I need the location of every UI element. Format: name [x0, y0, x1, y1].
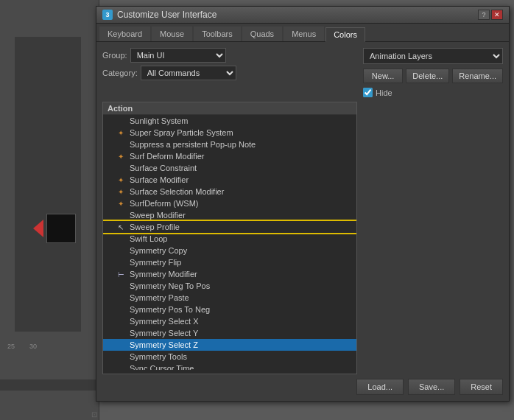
- load-button[interactable]: Load...: [356, 379, 404, 395]
- hide-checkbox[interactable]: [363, 88, 373, 97]
- hide-checkbox-row: Hide: [363, 88, 503, 97]
- item-text: Sunlight System: [130, 116, 188, 125]
- item-text: Surface Modifier: [130, 175, 189, 184]
- item-text: Symmetry Select Y: [130, 329, 198, 337]
- item-icon: ✦: [118, 129, 127, 137]
- save-button[interactable]: Save...: [408, 379, 455, 395]
- horizontal-ruler: 25 30: [0, 379, 99, 391]
- category-select[interactable]: All Commands: [141, 66, 236, 80]
- list-item[interactable]: Symmetry Select X: [103, 315, 356, 327]
- item-icon: ✦: [118, 188, 127, 196]
- help-button[interactable]: ?: [478, 10, 490, 20]
- list-item[interactable]: ✦ Surface Modifier: [103, 174, 356, 186]
- item-text: Symmetry Pos To Neg: [130, 305, 210, 314]
- item-text: SurfDeform (WSM): [130, 199, 199, 208]
- list-item[interactable]: Sunlight System: [103, 115, 356, 127]
- list-item[interactable]: Surface Constraint: [103, 162, 356, 174]
- item-text: Symmetry Paste: [130, 293, 189, 302]
- reset-button[interactable]: Reset: [460, 379, 503, 395]
- rename-button[interactable]: Rename...: [452, 69, 503, 83]
- item-text: Surface Constraint: [130, 164, 197, 172]
- arrow-indicator: [33, 214, 76, 243]
- list-item[interactable]: Symmetry Flip: [103, 256, 356, 268]
- tab-toolbars[interactable]: Toolbars: [194, 27, 241, 41]
- list-item[interactable]: ✦ Surface Selection Modifier: [103, 186, 356, 197]
- app-icon: 3: [102, 10, 113, 20]
- right-panel: Animation Layers New... Delete... Rename…: [363, 48, 503, 97]
- canvas-background: 25 30 ⊡: [0, 0, 99, 420]
- item-text: Sweep Profile: [130, 223, 180, 231]
- group-label: Group:: [102, 51, 127, 60]
- title-bar-left: 3 Customize User Interface: [102, 10, 216, 20]
- item-text: Super Spray Particle System: [130, 128, 233, 137]
- cursor-icon: ↖: [118, 223, 127, 231]
- item-text: Symmetry Select X: [130, 317, 199, 326]
- item-text: Sweep Modifier: [130, 211, 186, 220]
- item-text: Symmetry Copy: [130, 246, 187, 255]
- list-item[interactable]: Suppress a persistent Pop-up Note: [103, 139, 356, 150]
- list-header: Action: [103, 102, 356, 115]
- item-text: Symmetry Neg To Pos: [130, 281, 210, 290]
- action-list: Action Sunlight System ✦ Super Spray Par…: [102, 102, 357, 374]
- main-area: Action Sunlight System ✦ Super Spray Par…: [102, 102, 503, 374]
- list-item[interactable]: Symmetry Pos To Neg: [103, 304, 356, 315]
- category-label: Category:: [102, 69, 138, 77]
- list-item[interactable]: Sync Cursor Time: [103, 363, 356, 370]
- ruler-label-30: 30: [29, 343, 37, 350]
- item-icon: ✦: [118, 200, 127, 208]
- item-icon: ✦: [118, 176, 127, 184]
- list-item[interactable]: ✦ Surf Deform Modifier: [103, 150, 356, 162]
- modifier-icon: ⊢: [118, 270, 127, 279]
- tab-menus[interactable]: Menus: [284, 27, 324, 41]
- list-item-symmetry-select-z[interactable]: Symmetry Select Z: [103, 339, 356, 351]
- item-text: Symmetry Tools: [130, 352, 187, 361]
- tab-colors[interactable]: Colors: [325, 27, 365, 42]
- list-item[interactable]: Symmetry Paste: [103, 292, 356, 304]
- list-body[interactable]: Sunlight System ✦ Super Spray Particle S…: [103, 115, 356, 370]
- hide-label: Hide: [376, 88, 392, 97]
- ruler-label-25: 25: [7, 343, 15, 350]
- new-button[interactable]: New...: [363, 69, 403, 83]
- right-panel-bottom: [363, 102, 503, 374]
- list-item[interactable]: ⊢ Symmetry Modifier: [103, 268, 356, 280]
- list-item[interactable]: Symmetry Neg To Pos: [103, 280, 356, 292]
- arrow-left-icon: [33, 220, 43, 237]
- right-panel-buttons: New... Delete... Rename...: [363, 69, 503, 83]
- tab-quads[interactable]: Quads: [242, 27, 282, 41]
- list-item[interactable]: Symmetry Tools: [103, 351, 356, 363]
- bottom-buttons: Load... Save... Reset: [102, 379, 503, 395]
- list-item[interactable]: Swift Loop: [103, 233, 356, 245]
- item-text: Surface Selection Modifier: [130, 187, 224, 196]
- item-text: Sync Cursor Time: [130, 364, 194, 370]
- dialog-title: Customize User Interface: [117, 10, 216, 20]
- item-text: Surf Deform Modifier: [130, 152, 204, 161]
- item-text: Symmetry Select Z: [130, 340, 198, 349]
- category-control: Category: All Commands: [102, 66, 236, 80]
- tab-bar: Keyboard Mouse Toolbars Quads Menus Colo…: [96, 24, 509, 42]
- delete-button[interactable]: Delete...: [406, 69, 449, 83]
- resize-icon: ⊡: [91, 410, 97, 419]
- canvas-viewport: [15, 37, 81, 332]
- list-item[interactable]: Symmetry Select Y: [103, 327, 356, 339]
- list-item[interactable]: ✦ SurfDeform (WSM): [103, 197, 356, 209]
- list-item[interactable]: Symmetry Copy: [103, 245, 356, 256]
- item-icon: ✦: [118, 153, 127, 161]
- preview-square: [46, 214, 76, 243]
- item-text: Swift Loop: [130, 234, 167, 243]
- group-select[interactable]: Main UI: [130, 48, 226, 63]
- item-text: Suppress a persistent Pop-up Note: [130, 140, 256, 149]
- list-item[interactable]: ✦ Super Spray Particle System: [103, 127, 356, 139]
- tab-mouse[interactable]: Mouse: [152, 27, 192, 41]
- list-item-sweep-profile[interactable]: ↖ Sweep Profile: [103, 221, 356, 233]
- animation-layers-select[interactable]: Animation Layers: [363, 48, 503, 64]
- group-control: Group: Main UI: [102, 48, 226, 63]
- item-text: Symmetry Modifier: [130, 270, 197, 279]
- list-item[interactable]: Sweep Modifier: [103, 209, 356, 221]
- tab-keyboard[interactable]: Keyboard: [99, 27, 150, 41]
- title-buttons: ? ✕: [478, 10, 503, 20]
- close-button[interactable]: ✕: [491, 10, 503, 20]
- title-bar: 3 Customize User Interface ? ✕: [96, 7, 509, 24]
- item-text: Symmetry Flip: [130, 258, 181, 267]
- customize-ui-dialog: 3 Customize User Interface ? ✕ Keyboard …: [96, 6, 510, 402]
- dialog-content: Group: Main UI Category: All Commands: [96, 42, 509, 401]
